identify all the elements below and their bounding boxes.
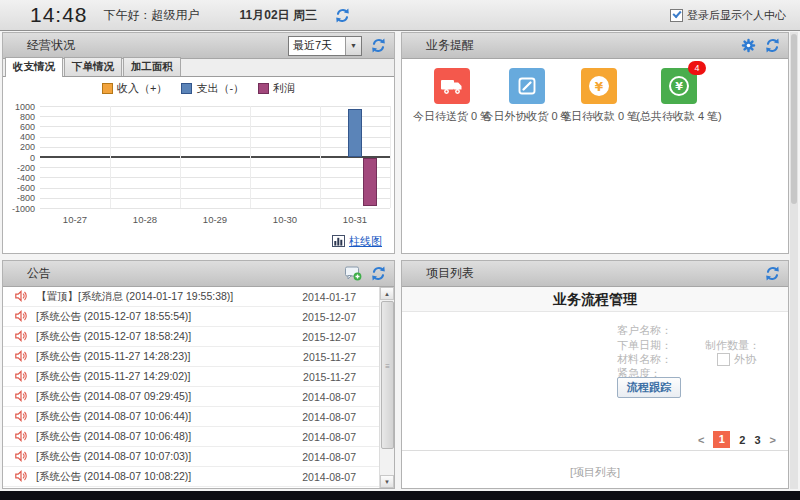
announcement-date: 2014-08-07 [302, 471, 356, 483]
announcement-row[interactable]: [系统公告 (2015-11-27 14:29:02)]2015-11-27 [3, 367, 380, 387]
chevron-down-icon[interactable]: ▼ [345, 37, 361, 55]
y-tick-label: 600 [5, 122, 35, 132]
chart-link[interactable]: 柱线图 [349, 234, 382, 249]
clock: 14:48 [30, 3, 88, 27]
gridline [40, 116, 390, 117]
announcement-text: [系统公告 (2015-11-27 14:28:23)] [36, 350, 190, 364]
refresh-icon[interactable] [765, 38, 780, 53]
y-tick-label: 400 [5, 132, 35, 142]
refresh-icon[interactable] [371, 266, 386, 281]
gridline [40, 126, 390, 127]
order-date-label: 下单日期： [617, 339, 672, 351]
gear-icon[interactable] [741, 38, 756, 53]
speaker-icon [15, 368, 28, 386]
edit-icon [509, 68, 545, 104]
y-tick-label: 200 [5, 142, 35, 152]
announcement-row[interactable]: [系统公告 (2014-08-07 10:08:22)]2014-08-07 [3, 467, 380, 487]
page-scrollbar[interactable] [790, 32, 798, 489]
gridline [390, 106, 391, 208]
outsource-label: 外协 [734, 352, 756, 367]
reminder-tile[interactable]: ¥4(总共待收款 4 笔) [624, 68, 734, 124]
announcement-text: [系统公告 (2015-11-27 14:29:02)] [36, 370, 190, 384]
gridline [40, 137, 390, 138]
chart-legend: 收入（+）支出（-）利润 [3, 81, 394, 96]
announcement-row[interactable]: [系统公告 (2014-08-07 09:29:45)]2014-08-07 [3, 387, 380, 407]
announcement-scrollbar[interactable]: ▲ ▼ [379, 287, 394, 488]
legend-swatch [102, 83, 113, 94]
announcement-row[interactable]: [系统公告 (2015-11-27 14:28:23)]2015-11-27 [3, 347, 380, 367]
announcement-date: 2014-08-07 [302, 391, 356, 403]
x-tick-label: 10-29 [180, 214, 250, 225]
announcement-row[interactable]: [系统公告 (2015-12-07 18:58:24)]2015-12-07 [3, 327, 380, 347]
gridline [40, 147, 390, 148]
outsource-option[interactable]: 外协 [717, 352, 756, 367]
greeting-text: 下午好： [104, 8, 152, 22]
reminder-tile-label: (总共待收款 4 笔) [624, 109, 734, 124]
announcement-date: 2014-08-07 [302, 411, 356, 423]
topbar-refresh-icon[interactable] [335, 8, 350, 23]
announcement-date: 2015-12-07 [302, 311, 356, 323]
gridline [320, 106, 321, 208]
page-scrollbar-thumb[interactable] [791, 34, 797, 204]
announcement-text: 【置顶】[系统消息 (2014-01-17 19:55:38)] [36, 290, 233, 304]
announcement-row[interactable]: [系统公告 (2014-08-07 10:06:44)]2014-08-07 [3, 407, 380, 427]
announcement-row[interactable]: [系统公告 (2014-08-07 10:07:03)]2014-08-07 [3, 447, 380, 467]
announcement-row[interactable]: [系统公告 (2014-08-07 10:06:48)]2014-08-07 [3, 427, 380, 447]
gridline [40, 208, 390, 209]
announcement-list: 【置顶】[系统消息 (2014-01-17 19:55:38)]2014-01-… [3, 287, 380, 488]
page-number-1[interactable]: 1 [713, 431, 730, 448]
date-range-select[interactable]: 最近7天 ▼ [288, 36, 362, 56]
page-number-2[interactable]: 2 [739, 434, 745, 446]
announcement-date: 2014-08-07 [302, 451, 356, 463]
announcement-row[interactable]: [系统公告 (2015-12-07 18:55:54)]2015-12-07 [3, 307, 380, 327]
page-prev-icon[interactable]: < [698, 434, 704, 446]
order-date-row: 下单日期： 制作数量： [617, 338, 672, 353]
y-tick-label: -1000 [5, 204, 35, 214]
refresh-icon[interactable] [765, 266, 780, 281]
chart-type-switch: 柱线图 [332, 234, 382, 249]
gridline [180, 106, 181, 208]
topbar: 14:48 下午好：超级用户 11月02日 周三 登录后显示个人中心 [0, 0, 800, 31]
svg-text:¥: ¥ [675, 80, 683, 93]
divider [402, 450, 788, 451]
legend-item: 利润 [258, 81, 295, 96]
tab-加工面积[interactable]: 加工面积 [123, 57, 181, 76]
panel-header: 经营状况 最近7天 ▼ [3, 33, 394, 59]
panel-title: 公告 [27, 265, 51, 282]
add-message-icon[interactable] [345, 266, 362, 281]
gridline [40, 177, 390, 178]
bar-利润[interactable] [363, 158, 377, 206]
date-range-value: 最近7天 [289, 38, 345, 53]
refresh-icon[interactable] [371, 38, 386, 53]
material-row: 材料名称： 外协 [617, 352, 672, 367]
scroll-down-icon[interactable]: ▼ [380, 475, 394, 488]
gridline [40, 156, 390, 158]
panel-header: 公告 [3, 261, 394, 287]
workflow-title: 业务流程管理 [402, 287, 788, 312]
page-next-icon[interactable]: > [770, 434, 776, 446]
scroll-up-icon[interactable]: ▲ [380, 287, 394, 300]
track-process-button[interactable]: 流程跟踪 [617, 377, 681, 398]
y-tick-label: -600 [5, 183, 35, 193]
announcement-date: 2015-12-07 [302, 331, 356, 343]
announcement-text: [系统公告 (2014-08-07 10:06:44)] [36, 410, 191, 424]
y-tick-label: 1000 [5, 102, 35, 112]
announcement-text: [系统公告 (2014-08-07 09:29:45)] [36, 390, 191, 404]
personal-center-checkbox[interactable] [670, 9, 683, 22]
legend-item: 收入（+） [102, 81, 167, 96]
speaker-icon [15, 428, 28, 446]
tab-收支情况[interactable]: 收支情况 [5, 57, 63, 77]
y-tick-label: 800 [5, 112, 35, 122]
yuan-circle-icon: ¥4 [661, 68, 697, 104]
outsource-checkbox[interactable] [717, 353, 730, 366]
page-number-3[interactable]: 3 [754, 434, 760, 446]
material-label: 材料名称： [617, 353, 672, 365]
pagination: <123> [698, 431, 776, 448]
tab-下单情况[interactable]: 下单情况 [64, 57, 122, 76]
speaker-icon [15, 448, 28, 466]
speaker-icon [15, 308, 28, 326]
bar-支出（-）[interactable] [348, 109, 362, 157]
announcement-row[interactable]: 【置顶】[系统消息 (2014-01-17 19:55:38)]2014-01-… [3, 287, 380, 307]
scrollbar-thumb[interactable] [381, 301, 394, 449]
personal-center-option[interactable]: 登录后显示个人中心 [670, 8, 786, 23]
